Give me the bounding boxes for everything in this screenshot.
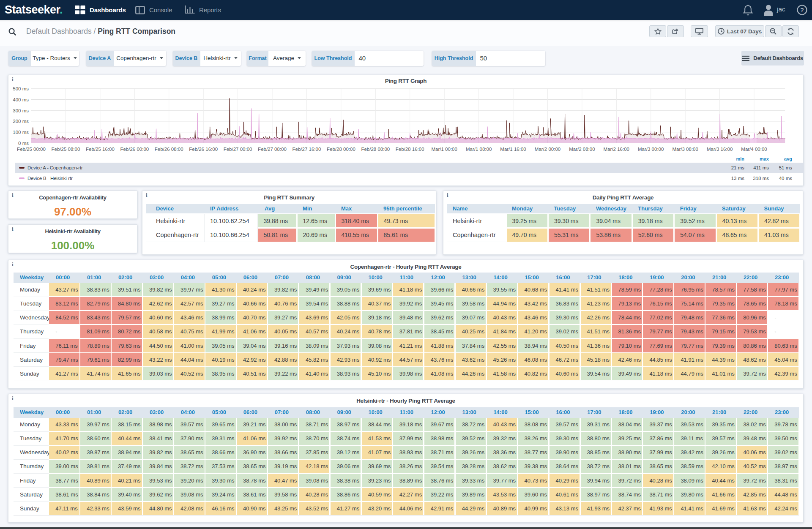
svg-text:Feb/27 00:00: Feb/27 00:00 (224, 147, 252, 152)
svg-text:Feb/28 16:00: Feb/28 16:00 (396, 147, 424, 152)
svg-text:500 ms: 500 ms (13, 86, 29, 91)
svg-text:Mar/3 16:00: Mar/3 16:00 (707, 147, 733, 152)
svg-text:0 ms: 0 ms (18, 141, 29, 146)
svg-text:Mar/1 16:00: Mar/1 16:00 (500, 147, 526, 152)
svg-text:Feb/25 16:00: Feb/25 16:00 (86, 147, 115, 152)
svg-text:Mar/2 00:00: Mar/2 00:00 (535, 147, 560, 152)
svg-text:Feb/27 16:00: Feb/27 16:00 (293, 147, 321, 152)
svg-text:Feb/28 08:00: Feb/28 08:00 (361, 147, 390, 152)
svg-text:300 ms: 300 ms (13, 108, 29, 113)
svg-text:Mar/4 00:00: Mar/4 00:00 (741, 147, 767, 152)
svg-text:Mar/1 00:00: Mar/1 00:00 (432, 147, 457, 152)
svg-text:Feb/25 08:00: Feb/25 08:00 (52, 147, 80, 152)
svg-text:Mar/3 08:00: Mar/3 08:00 (673, 147, 698, 152)
svg-text:Feb/26 00:00: Feb/26 00:00 (120, 147, 149, 152)
svg-text:200 ms: 200 ms (13, 119, 29, 124)
svg-text:Feb/26 08:00: Feb/26 08:00 (155, 147, 183, 152)
svg-text:Mar/2 16:00: Mar/2 16:00 (604, 147, 629, 152)
svg-text:100 ms: 100 ms (13, 130, 29, 135)
svg-text:Feb/27 08:00: Feb/27 08:00 (258, 147, 287, 152)
svg-text:Feb/28 00:00: Feb/28 00:00 (327, 147, 355, 152)
svg-text:Feb/25 00:00: Feb/25 00:00 (17, 147, 46, 152)
svg-text:?: ? (800, 7, 804, 14)
svg-text:Mar/2 08:00: Mar/2 08:00 (569, 147, 595, 152)
svg-text:Mar/1 08:00: Mar/1 08:00 (466, 147, 492, 152)
svg-text:Feb/26 16:00: Feb/26 16:00 (189, 147, 218, 152)
svg-text:400 ms: 400 ms (13, 97, 29, 102)
svg-text:Mar/3 00:00: Mar/3 00:00 (638, 147, 664, 152)
